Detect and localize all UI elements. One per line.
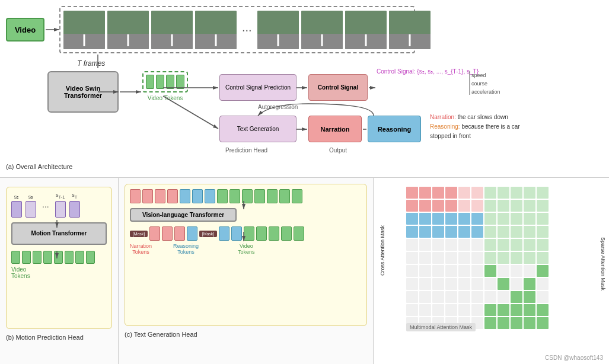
top-section: Video ··· T frames Video SwinTransformer… (0, 0, 609, 178)
tg-btok-b2 (219, 226, 229, 241)
svg-rect-48 (511, 213, 522, 225)
svg-rect-55 (458, 226, 470, 238)
video-tokens-label-tg: VideoTokens (238, 243, 255, 255)
svg-rect-39 (537, 200, 549, 212)
svg-rect-85 (419, 265, 431, 277)
svg-rect-51 (406, 226, 418, 238)
svg-rect-59 (511, 226, 522, 238)
svg-rect-112 (484, 291, 496, 303)
svg-rect-18 (406, 187, 418, 199)
svg-rect-54 (445, 226, 457, 238)
narration-output-box: Narration (308, 116, 362, 142)
svg-rect-66 (458, 239, 470, 251)
svg-rect-64 (432, 239, 444, 251)
text-generation-panel: Vision-language Transformer [Mask] [Mask… (119, 178, 374, 364)
attention-panel: Cross Attention Mask Sparse Attention Ma… (374, 178, 609, 364)
narration-tokens-label: NarrationTokens (130, 243, 152, 255)
svg-rect-114 (511, 291, 522, 303)
video-tokens-group: Video Tokens (142, 71, 188, 101)
svg-rect-87 (445, 265, 457, 277)
svg-rect-102 (498, 278, 509, 290)
ctrl-item-speed: speed (471, 71, 500, 79)
svg-rect-67 (471, 239, 483, 251)
svg-rect-122 (471, 304, 483, 316)
svg-rect-138 (537, 317, 549, 329)
svg-rect-34 (471, 200, 483, 212)
svg-rect-108 (432, 291, 444, 303)
svg-rect-20 (432, 187, 444, 199)
t-frames-label: T frames (77, 59, 105, 68)
svg-rect-49 (524, 213, 535, 225)
tg-btok-p1 (149, 226, 160, 241)
svg-rect-105 (537, 278, 549, 290)
swin-label: Video SwinTransformer (64, 85, 102, 99)
tg-tok-g5 (267, 189, 278, 203)
svg-rect-63 (419, 239, 431, 251)
mask-box-2: [Mask] (199, 231, 217, 237)
svg-rect-70 (511, 239, 522, 251)
sparse-attention-label: Sparse Attention Mask (600, 237, 606, 290)
svg-rect-40 (406, 213, 418, 225)
video-input-box: Video (6, 18, 44, 41)
text-gen-label: Text Generation (237, 126, 279, 132)
svg-rect-72 (537, 239, 549, 251)
svg-rect-96 (419, 278, 431, 290)
ctrl-item-course: course (471, 79, 500, 88)
motion-prediction-panel: s₂ s₃ ... sT-1 sT Motion (0, 178, 119, 364)
bottom-section: s₂ s₃ ... sT-1 sT Motion (0, 178, 609, 364)
s-dots: ... (40, 200, 52, 209)
svg-rect-41 (419, 213, 431, 225)
ctrl-pred-label: Control Signal Prediction (225, 84, 291, 91)
svg-rect-81 (511, 252, 522, 264)
frame-5 (257, 11, 299, 49)
svg-rect-76 (445, 252, 457, 264)
video-tokens-label: Video Tokens (148, 95, 183, 101)
narration-label: Narration (321, 126, 350, 133)
output-label: Output (329, 147, 347, 154)
text-gen-panel-bg: Vision-language Transformer [Mask] [Mask… (125, 184, 367, 326)
svg-rect-38 (524, 200, 535, 212)
attention-grid-svg (406, 187, 549, 329)
svg-rect-32 (445, 200, 457, 212)
tg-btok-p2 (162, 226, 173, 241)
video-label: Video (15, 25, 36, 34)
tg-tok-p2 (142, 189, 153, 203)
tg-btok-p3 (174, 226, 185, 241)
bt-4 (43, 251, 52, 264)
overall-architecture-label: (a) Overall Architecture (6, 163, 72, 170)
motion-panel-bg: s₂ s₃ ... sT-1 sT Motion (6, 187, 112, 329)
svg-rect-83 (537, 252, 549, 264)
s3-token: s₃ (25, 194, 36, 218)
frame-1 (63, 11, 105, 49)
svg-rect-36 (498, 200, 509, 212)
attention-grid-container (406, 187, 549, 329)
svg-rect-97 (432, 278, 444, 290)
tg-tok-b2 (192, 189, 203, 203)
tg-tok-g6 (279, 189, 290, 203)
autoregression-label: Autoregression (258, 104, 298, 110)
svg-rect-69 (498, 239, 509, 251)
svg-rect-124 (498, 304, 509, 316)
svg-rect-121 (458, 304, 470, 316)
tg-btok-b3 (231, 226, 242, 241)
token-2 (156, 75, 164, 89)
svg-rect-33 (458, 200, 470, 212)
svg-rect-50 (537, 213, 549, 225)
tg-tok-g2 (229, 189, 240, 203)
svg-rect-120 (445, 304, 457, 316)
svg-rect-86 (432, 265, 444, 277)
tg-btok-g1 (244, 226, 254, 241)
control-signal-output-box: Control Signal (308, 74, 368, 101)
svg-rect-126 (524, 304, 535, 316)
bt-1 (11, 251, 20, 264)
svg-rect-35 (484, 200, 496, 212)
tg-btok-b1 (187, 226, 197, 241)
svg-rect-99 (458, 278, 470, 290)
svg-rect-56 (471, 226, 483, 238)
svg-rect-44 (458, 213, 470, 225)
svg-rect-110 (458, 291, 470, 303)
vlt-box: Vision-language Transformer (130, 208, 237, 222)
tg-tok-p4 (167, 189, 178, 203)
svg-rect-137 (524, 317, 535, 329)
tg-arrows (125, 184, 366, 325)
